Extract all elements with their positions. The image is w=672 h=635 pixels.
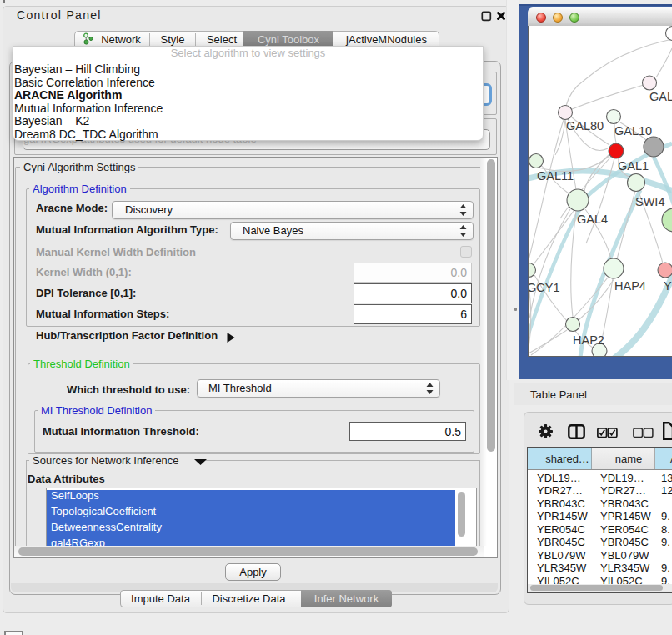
svg-text:SWI4: SWI4 (635, 195, 664, 208)
svg-text:GCY1: GCY1 (529, 281, 560, 294)
svg-text:YD: YD (664, 279, 672, 292)
svg-text:HAP2: HAP2 (573, 333, 604, 347)
svg-text:HAP4: HAP4 (614, 279, 646, 292)
svg-text:GAL2: GAL2 (649, 90, 672, 103)
svg-text:GAL10: GAL10 (614, 124, 652, 138)
svg-text:GAL4: GAL4 (577, 212, 608, 226)
svg-text:GAL80: GAL80 (566, 119, 604, 132)
svg-text:GAL11: GAL11 (537, 169, 574, 182)
svg-text:GAL1: GAL1 (618, 159, 649, 172)
